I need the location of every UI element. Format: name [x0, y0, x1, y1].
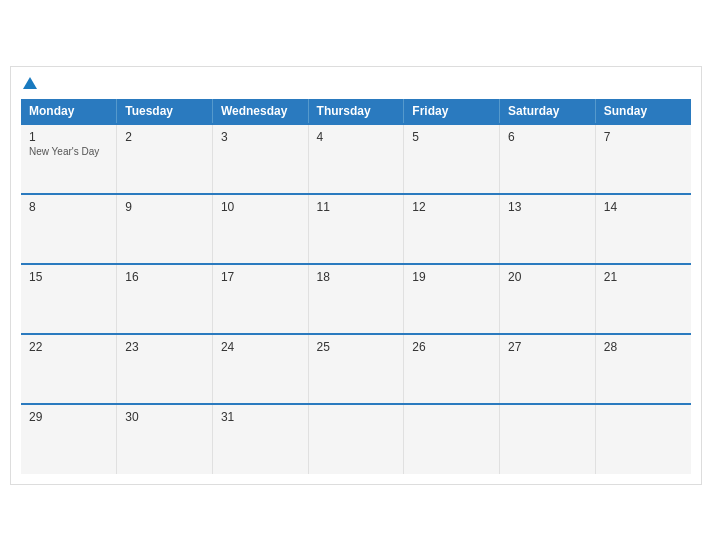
- calendar-container: MondayTuesdayWednesdayThursdayFridaySatu…: [10, 66, 702, 485]
- calendar-day-cell: 10: [212, 194, 308, 264]
- day-number: 9: [125, 200, 204, 214]
- day-number: 14: [604, 200, 683, 214]
- day-header-monday: Monday: [21, 99, 117, 124]
- calendar-day-cell: 4: [308, 124, 404, 194]
- day-header-sunday: Sunday: [595, 99, 691, 124]
- calendar-week-row: 293031: [21, 404, 691, 474]
- day-number: 22: [29, 340, 108, 354]
- calendar-day-cell: 19: [404, 264, 500, 334]
- calendar-day-cell: 29: [21, 404, 117, 474]
- calendar-thead: MondayTuesdayWednesdayThursdayFridaySatu…: [21, 99, 691, 124]
- day-header-tuesday: Tuesday: [117, 99, 213, 124]
- calendar-day-cell: [308, 404, 404, 474]
- day-number: 12: [412, 200, 491, 214]
- calendar-day-cell: 31: [212, 404, 308, 474]
- day-number: 2: [125, 130, 204, 144]
- calendar-header: [21, 77, 691, 89]
- calendar-day-cell: 11: [308, 194, 404, 264]
- day-header-friday: Friday: [404, 99, 500, 124]
- logo: [21, 77, 37, 89]
- calendar-day-cell: 9: [117, 194, 213, 264]
- calendar-day-cell: 24: [212, 334, 308, 404]
- day-event: New Year's Day: [29, 146, 108, 157]
- day-number: 28: [604, 340, 683, 354]
- day-header-thursday: Thursday: [308, 99, 404, 124]
- day-number: 31: [221, 410, 300, 424]
- calendar-day-cell: 22: [21, 334, 117, 404]
- day-number: 15: [29, 270, 108, 284]
- day-number: 4: [317, 130, 396, 144]
- calendar-day-cell: 6: [500, 124, 596, 194]
- calendar-day-cell: [404, 404, 500, 474]
- logo-blue-row: [21, 77, 37, 89]
- calendar-day-cell: 25: [308, 334, 404, 404]
- calendar-day-cell: 15: [21, 264, 117, 334]
- calendar-day-cell: 21: [595, 264, 691, 334]
- day-number: 21: [604, 270, 683, 284]
- calendar-day-cell: 7: [595, 124, 691, 194]
- calendar-day-cell: 23: [117, 334, 213, 404]
- calendar-day-cell: 18: [308, 264, 404, 334]
- calendar-day-cell: 8: [21, 194, 117, 264]
- calendar-week-row: 22232425262728: [21, 334, 691, 404]
- day-number: 10: [221, 200, 300, 214]
- calendar-day-cell: 26: [404, 334, 500, 404]
- day-number: 20: [508, 270, 587, 284]
- calendar-week-row: 1New Year's Day234567: [21, 124, 691, 194]
- calendar-day-cell: 5: [404, 124, 500, 194]
- calendar-day-cell: 20: [500, 264, 596, 334]
- day-number: 27: [508, 340, 587, 354]
- calendar-day-cell: 27: [500, 334, 596, 404]
- day-number: 8: [29, 200, 108, 214]
- day-number: 25: [317, 340, 396, 354]
- calendar-day-cell: 28: [595, 334, 691, 404]
- day-number: 13: [508, 200, 587, 214]
- day-number: 16: [125, 270, 204, 284]
- logo-triangle-icon: [23, 77, 37, 89]
- calendar-header-row: MondayTuesdayWednesdayThursdayFridaySatu…: [21, 99, 691, 124]
- day-number: 26: [412, 340, 491, 354]
- day-number: 19: [412, 270, 491, 284]
- day-number: 11: [317, 200, 396, 214]
- day-number: 30: [125, 410, 204, 424]
- calendar-tbody: 1New Year's Day2345678910111213141516171…: [21, 124, 691, 474]
- calendar-day-cell: 3: [212, 124, 308, 194]
- calendar-week-row: 891011121314: [21, 194, 691, 264]
- day-number: 29: [29, 410, 108, 424]
- calendar-week-row: 15161718192021: [21, 264, 691, 334]
- day-number: 23: [125, 340, 204, 354]
- calendar-day-cell: [500, 404, 596, 474]
- day-number: 18: [317, 270, 396, 284]
- calendar-day-cell: 1New Year's Day: [21, 124, 117, 194]
- day-header-saturday: Saturday: [500, 99, 596, 124]
- day-number: 17: [221, 270, 300, 284]
- day-number: 5: [412, 130, 491, 144]
- day-number: 6: [508, 130, 587, 144]
- calendar-day-cell: [595, 404, 691, 474]
- calendar-day-cell: 16: [117, 264, 213, 334]
- calendar-day-cell: 12: [404, 194, 500, 264]
- calendar-day-cell: 14: [595, 194, 691, 264]
- calendar-table: MondayTuesdayWednesdayThursdayFridaySatu…: [21, 99, 691, 474]
- day-number: 1: [29, 130, 108, 144]
- day-number: 24: [221, 340, 300, 354]
- calendar-day-cell: 13: [500, 194, 596, 264]
- day-number: 3: [221, 130, 300, 144]
- calendar-day-cell: 30: [117, 404, 213, 474]
- day-number: 7: [604, 130, 683, 144]
- calendar-day-cell: 17: [212, 264, 308, 334]
- calendar-day-cell: 2: [117, 124, 213, 194]
- day-header-wednesday: Wednesday: [212, 99, 308, 124]
